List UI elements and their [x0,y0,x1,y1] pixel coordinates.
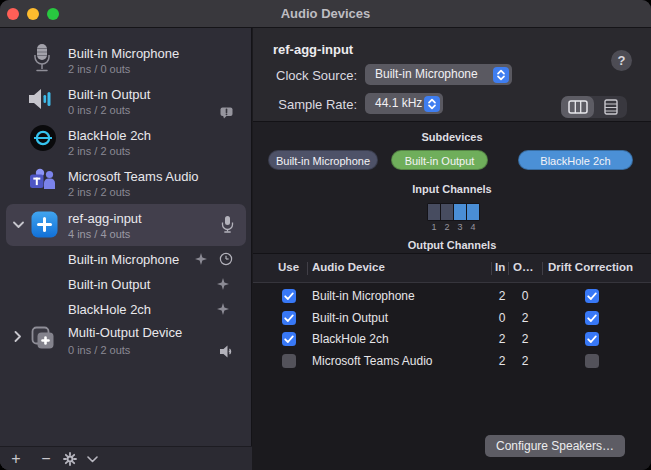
table-row[interactable]: BlackHole 2ch 2 2 [253,329,651,350]
sample-rate-popup[interactable]: 44.1 kHz [365,93,443,114]
sidebar-item-multi-output-device[interactable]: Multi-Output Device 0 ins / 2 outs [0,321,252,363]
channel-cell-2 [441,204,453,220]
subdevice-pill-built-in-output[interactable]: Built-in Output [391,150,488,170]
sidebar-item-microsoft-teams-audio[interactable]: Microsoft Teams Audio 2 ins / 2 outs [0,160,252,201]
drift-spark-icon [217,303,229,315]
column-separator [307,262,308,275]
drift-checkbox[interactable] [585,354,599,368]
subdevice-title: Built-in Microphone [68,252,179,267]
sidebar-subitem-built-in-microphone[interactable]: Built-in Microphone [0,251,252,276]
out-cell: 2 [519,311,531,325]
table-row[interactable]: Built-in Output 0 2 [253,308,651,329]
sidebar-item-blackhole-2ch[interactable]: BlackHole 2ch 2 ins / 2 outs [0,119,252,160]
use-checkbox[interactable] [282,354,296,368]
subdevice-pill-built-in-microphone[interactable]: Built-in Microphone [268,150,378,170]
sidebar-item-built-in-microphone[interactable]: Built-in Microphone 2 ins / 0 outs [0,37,252,78]
table-row[interactable]: Built-in Microphone 2 0 [253,286,651,307]
output-channels-heading: Output Channels [253,239,651,251]
popup-stepper-icon [424,96,440,112]
channel-cell-4 [467,204,479,220]
col-out[interactable]: O… [513,261,533,273]
out-cell: 0 [519,289,531,303]
device-subtitle: 2 ins / 0 outs [68,63,130,75]
device-title: Built-in Output [68,87,150,102]
sidebar-toolbar: + − [0,446,252,470]
in-cell: 0 [496,311,508,325]
drift-checkbox[interactable] [585,311,599,325]
blackhole-device-icon [30,125,56,151]
microphone-input-icon [221,215,234,233]
device-cell: Built-in Microphone [312,289,415,303]
speaker-device-icon [28,87,54,111]
chevron-down-icon[interactable] [87,456,98,463]
subdevices-heading: Subdevices [253,131,651,143]
chevron-right-icon[interactable] [14,331,22,342]
column-separator [508,262,509,275]
use-checkbox[interactable] [282,332,296,346]
channel-cell-3 [454,204,466,220]
aggregate-device-icon [31,211,58,238]
subdevice-title: BlackHole 2ch [68,302,151,317]
device-title: Multi-Output Device [68,325,182,340]
channel-cell-1 [428,204,440,220]
sidebar-subitem-built-in-output[interactable]: Built-in Output [0,276,252,301]
device-subtitle: 4 ins / 4 outs [68,228,130,240]
device-subtitle: 0 ins / 2 outs [68,104,130,116]
columns-view-icon[interactable] [568,100,588,114]
device-sidebar: Built-in Microphone 2 ins / 0 outs Built… [0,28,252,470]
audio-devices-window: Audio Devices Built-in Microphone 2 ins … [0,0,651,470]
clock-source-value: Built-in Microphone [375,64,478,85]
speaker-output-icon [220,345,235,358]
help-button[interactable]: ? [611,50,632,71]
sample-rate-value: 44.1 kHz [375,93,422,114]
table-row[interactable]: Microsoft Teams Audio 2 2 [253,351,651,372]
add-device-button[interactable]: + [7,447,25,470]
sample-rate-label: Sample Rate: [267,97,357,112]
sidebar-item-ref-agg-input-selected[interactable]: ref-agg-input 4 ins / 4 outs [6,204,246,246]
gear-icon[interactable] [63,452,77,466]
out-cell: 2 [519,332,531,346]
device-settings-panel: ref-agg-input ? Clock Source: Built-in M… [253,28,651,121]
device-title: Built-in Microphone [68,46,179,61]
device-title: Microsoft Teams Audio [68,169,199,184]
subdevices-panel: Subdevices Built-in Microphone Built-in … [253,121,651,253]
multi-output-device-icon [30,325,56,351]
list-view-icon[interactable] [604,99,618,115]
teams-device-icon [29,168,56,193]
configure-speakers-button[interactable]: Configure Speakers… [485,435,625,457]
titlebar: Audio Devices [0,0,651,28]
clock-source-label: Clock Source: [267,68,357,83]
col-use[interactable]: Use [278,261,299,273]
device-subtitle: 0 ins / 2 outs [68,344,130,356]
device-title: ref-agg-input [68,211,142,226]
input-channels-heading: Input Channels [253,183,651,195]
popup-stepper-icon [493,67,509,83]
col-in[interactable]: In [495,261,505,273]
chevron-down-icon[interactable] [13,221,24,229]
column-separator [542,262,543,275]
subdevice-table: Use Audio Device In O… Drift Correction … [253,253,651,470]
window-title: Audio Devices [0,0,651,28]
device-subtitle: 2 ins / 2 outs [68,145,130,157]
column-separator [491,262,492,275]
clock-source-popup[interactable]: Built-in Microphone [365,64,512,85]
drift-spark-icon [217,278,229,290]
in-cell: 2 [496,332,508,346]
use-checkbox[interactable] [282,289,296,303]
drift-checkbox[interactable] [585,332,599,346]
out-cell: 2 [519,354,531,368]
col-drift[interactable]: Drift Correction [548,261,633,273]
sidebar-item-built-in-output[interactable]: Built-in Output 0 ins / 2 outs [0,78,252,119]
col-device[interactable]: Audio Device [312,261,385,273]
device-cell: Microsoft Teams Audio [312,354,433,368]
drift-checkbox[interactable] [585,289,599,303]
subdevice-title: Built-in Output [68,277,150,292]
channel-numbers: 1 2 3 4 [427,222,480,232]
device-subtitle: 2 ins / 2 outs [68,186,130,198]
subdevice-pill-blackhole-2ch[interactable]: BlackHole 2ch [518,150,633,170]
alert-bubble-icon [220,107,233,119]
use-checkbox[interactable] [282,311,296,325]
remove-device-button[interactable]: − [37,447,55,470]
table-header: Use Audio Device In O… Drift Correction [253,254,651,283]
view-mode-segmented-control [561,96,627,118]
